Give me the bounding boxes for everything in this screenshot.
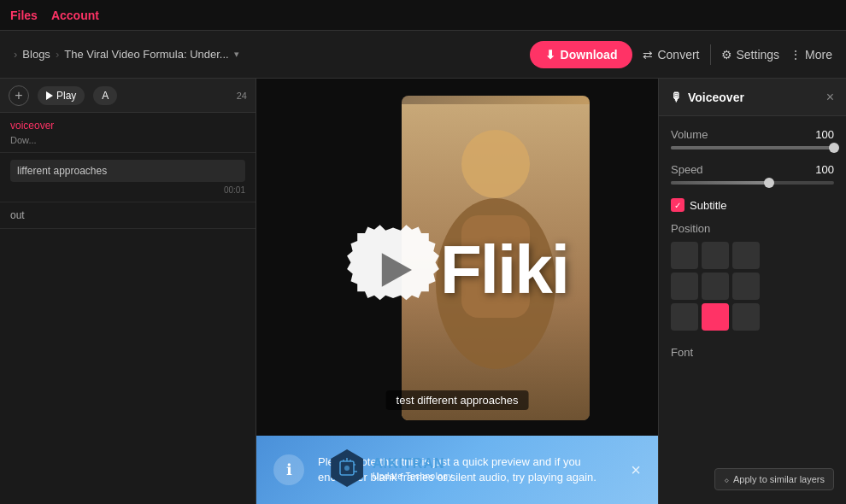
position-cell-bl[interactable]	[671, 303, 698, 331]
speed-row: Speed 100	[671, 163, 834, 176]
speed-slider-fill	[671, 181, 769, 185]
aikitran-hex-icon	[328, 449, 366, 487]
breadcrumb-chevron: ›	[14, 48, 17, 61]
position-cell-tc[interactable]	[702, 242, 729, 269]
video-area: Fliki Review test different approaches	[256, 79, 658, 461]
play-icon	[46, 91, 53, 100]
subtitle-row: ✓ Subtitle	[671, 198, 834, 212]
aikitran-sub: Update Technology	[373, 472, 453, 481]
notification-close-button[interactable]: ×	[631, 460, 641, 480]
center-panel: Fliki Review test different approaches	[256, 79, 658, 504]
position-cell-br[interactable]	[732, 303, 760, 331]
breadcrumb-sep: ›	[56, 48, 59, 61]
layers-button[interactable]: A	[93, 86, 117, 105]
person-svg	[410, 113, 581, 420]
video-thumbnail: Review	[402, 96, 590, 420]
list-item[interactable]: lifferent approaches 00:01	[0, 153, 256, 202]
position-label: Position	[671, 222, 834, 235]
download-status: Dow...	[10, 135, 245, 145]
aikitran-name: AIKITRAN	[373, 456, 453, 472]
right-panel-close-button[interactable]: ×	[826, 90, 834, 105]
person-bg	[402, 104, 590, 420]
add-button[interactable]: +	[9, 85, 29, 106]
download-button[interactable]: ⬇ Download	[530, 41, 633, 68]
right-panel-header: 🎙 Voiceover ×	[659, 79, 846, 116]
subtitle-checkbox[interactable]: ✓	[671, 198, 684, 212]
item-time: 00:01	[10, 185, 245, 195]
breadcrumb-blogs[interactable]: Blogs	[22, 48, 50, 61]
left-panel-items: voiceover Dow... lifferent approaches 00…	[0, 113, 256, 504]
volume-label: Volume	[671, 128, 708, 141]
aikitran-text: AIKITRAN Update Technology	[373, 456, 453, 481]
circuit-icon	[335, 456, 359, 480]
nav-bar: › Blogs › The Viral Video Formula: Under…	[0, 31, 846, 79]
download-icon: ⬇	[545, 48, 555, 62]
item-small: out	[10, 209, 245, 221]
svg-point-1	[461, 130, 530, 198]
more-label: More	[805, 48, 832, 62]
settings-button[interactable]: ⚙ Settings	[721, 48, 780, 62]
volume-value: 100	[815, 128, 834, 141]
right-panel-content: Volume 100 Speed 100	[659, 116, 846, 504]
svg-point-10	[344, 466, 350, 471]
timecode: 24	[237, 91, 247, 101]
play-label: Play	[56, 90, 76, 102]
chevron-down-icon[interactable]: ▾	[234, 49, 239, 60]
left-panel-toolbar: + Play A 24	[0, 79, 256, 113]
right-panel: 🎙 Voiceover × Volume 100 Speed	[658, 79, 846, 504]
settings-icon: ⚙	[721, 48, 732, 62]
breadcrumb-page[interactable]: The Viral Video Formula: Under...	[64, 48, 228, 61]
video-subtitle: test different approaches	[386, 390, 529, 410]
volume-row: Volume 100	[671, 128, 834, 141]
convert-icon: ⇄	[643, 48, 653, 62]
position-cell-mc[interactable]	[702, 273, 729, 300]
list-item[interactable]: out	[0, 202, 256, 229]
left-panel: + Play A 24 voiceover Dow... lifferent a…	[0, 79, 256, 504]
apply-icon: ⬦	[724, 474, 730, 484]
position-section: Position	[671, 222, 834, 331]
speed-section: Speed 100	[671, 163, 834, 185]
mic-icon: 🎙	[671, 91, 683, 104]
font-label: Font	[671, 346, 693, 359]
position-grid	[671, 242, 834, 331]
volume-slider[interactable]	[671, 146, 834, 149]
list-item[interactable]: voiceover Dow...	[0, 113, 256, 153]
download-label: Download	[561, 48, 618, 62]
more-dots-icon: ⋮	[790, 48, 802, 62]
notification-icon: ℹ	[273, 454, 304, 485]
speed-slider[interactable]	[671, 181, 834, 185]
voiceover-title-label: Voiceover	[688, 91, 744, 104]
subtitle-label: Subtitle	[690, 199, 726, 212]
volume-slider-fill	[671, 146, 834, 149]
main-content: + Play A 24 voiceover Dow... lifferent a…	[0, 79, 846, 504]
volume-section: Volume 100	[671, 128, 834, 149]
breadcrumb: › Blogs › The Viral Video Formula: Under…	[14, 48, 523, 61]
speed-value: 100	[815, 163, 834, 176]
convert-label: Convert	[657, 48, 699, 62]
notification-bar: ℹ Please note that this is just a quick …	[256, 436, 658, 504]
convert-button[interactable]: ⇄ Convert	[643, 48, 699, 62]
apply-similar-button[interactable]: ⬦ Apply to similar layers	[714, 468, 834, 490]
settings-label: Settings	[737, 48, 780, 62]
aikitran-badge: AIKITRAN Update Technology	[328, 449, 453, 487]
voiceover-label: voiceover	[10, 120, 245, 132]
more-button[interactable]: ⋮ More	[790, 48, 832, 62]
layers-label: A	[102, 90, 109, 102]
position-cell-bc[interactable]	[702, 303, 729, 331]
position-cell-tr[interactable]	[732, 242, 760, 269]
svg-rect-3	[461, 215, 530, 318]
top-bar: Files Account	[0, 0, 846, 31]
font-section: Font	[671, 344, 834, 360]
apply-label: Apply to similar layers	[733, 474, 825, 484]
nav-actions: ⬇ Download ⇄ Convert ⚙ Settings ⋮ More	[530, 41, 832, 68]
brand-account[interactable]: Account	[51, 9, 99, 22]
divider	[710, 44, 711, 65]
position-cell-mr[interactable]	[732, 273, 760, 300]
position-cell-ml[interactable]	[671, 273, 698, 300]
speed-slider-thumb	[764, 178, 774, 188]
position-cell-tl[interactable]	[671, 242, 698, 269]
item-text: lifferent approaches	[10, 160, 245, 182]
brand-files[interactable]: Files	[10, 9, 38, 22]
play-button[interactable]: Play	[38, 86, 85, 105]
volume-slider-thumb	[829, 143, 839, 153]
